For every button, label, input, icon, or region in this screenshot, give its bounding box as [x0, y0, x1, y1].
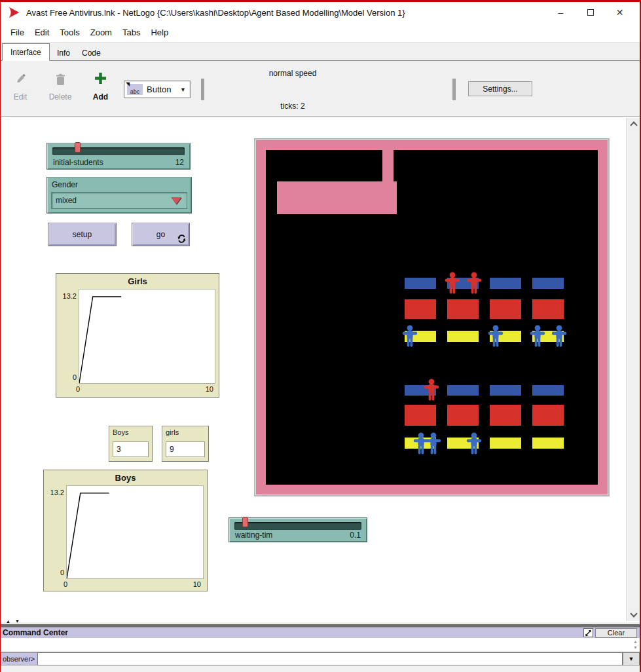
slider-value: 0.1	[350, 531, 361, 540]
y-axis-max: 13.2	[45, 489, 64, 496]
chevron-down-icon	[630, 610, 637, 617]
monitor-label: girls	[166, 428, 179, 436]
y-axis-max: 13.2	[58, 292, 77, 300]
gender-chooser[interactable]: Gender mixed	[46, 177, 192, 214]
desk-patch	[447, 299, 479, 319]
person-agent	[426, 432, 441, 455]
pink-wall	[277, 181, 397, 214]
mini-down-icon[interactable]: ▼	[633, 644, 638, 650]
netlogo-window: Avast Free Antivirus.lnk - NetLogo {C:\U…	[0, 0, 641, 672]
menu-help[interactable]: Help	[145, 25, 174, 40]
clear-button[interactable]: Clear	[595, 628, 637, 638]
monitor-label: Boys	[113, 428, 128, 436]
command-center-output[interactable]: ▲ ▼	[1, 638, 640, 652]
slider-value: 12	[175, 158, 184, 167]
minimize-button[interactable]: –	[546, 2, 576, 23]
slider-track	[52, 147, 185, 155]
bottom-strip	[1, 665, 640, 672]
menu-tools[interactable]: Tools	[54, 25, 84, 40]
delete-trash-icon[interactable]	[56, 73, 65, 86]
speed-slider-label: normal speed	[244, 69, 342, 78]
chooser-select[interactable]: mixed	[51, 192, 187, 209]
ticks-counter: ticks: 2	[244, 102, 342, 111]
mini-up-icon[interactable]: ▲	[633, 639, 638, 644]
desk-patch	[405, 299, 436, 319]
scroll-down-button[interactable]	[627, 609, 640, 621]
scroll-up-button[interactable]	[627, 118, 640, 130]
desk-patch	[532, 278, 564, 289]
edit-button[interactable]: Edit	[9, 92, 32, 102]
chooser-label: Gender	[52, 180, 78, 189]
close-button[interactable]: ✕	[605, 2, 634, 23]
plot-area	[79, 289, 215, 384]
desk-patch	[447, 405, 479, 426]
desk-patch	[532, 438, 564, 449]
slider-thumb[interactable]	[75, 142, 81, 153]
person-agent	[466, 432, 482, 455]
menu-edit[interactable]: Edit	[29, 25, 54, 40]
menu-file[interactable]: File	[5, 25, 29, 40]
x-axis-max: 10	[193, 580, 201, 588]
menu-tabs[interactable]: Tabs	[117, 25, 145, 40]
desk-patch	[490, 385, 521, 396]
desk-patch	[532, 405, 564, 426]
person-agent	[466, 272, 482, 294]
waiting-tim-slider[interactable]: waiting-tim 0.1	[229, 517, 367, 542]
person-agent	[424, 379, 439, 401]
observer-prompt: observer>	[1, 652, 37, 665]
tab-code[interactable]: Code	[74, 45, 109, 61]
desk-patch	[447, 331, 479, 342]
expand-icon[interactable]	[583, 628, 593, 637]
command-center-header: Command Center Clear	[1, 627, 640, 638]
x-axis-min: 0	[64, 580, 67, 588]
toolbar-separator	[201, 79, 204, 100]
edit-pencil-icon[interactable]	[16, 74, 26, 86]
go-button-label: go	[156, 230, 165, 239]
tab-strip: Interface Info Code	[1, 43, 640, 61]
add-plus-icon[interactable]	[95, 73, 106, 84]
tab-interface[interactable]: Interface	[2, 43, 50, 61]
slider-label: initial-students	[53, 158, 103, 167]
x-axis-min: 0	[76, 385, 80, 393]
delete-button[interactable]: Delete	[45, 92, 75, 102]
person-agent	[445, 272, 460, 294]
slider-track	[234, 522, 361, 530]
command-input[interactable]	[37, 652, 623, 665]
go-button[interactable]: go	[132, 223, 190, 246]
chooser-value: mixed	[56, 196, 171, 205]
maximize-button[interactable]	[576, 2, 605, 23]
maximize-icon	[587, 9, 594, 16]
plot-title: Girls	[56, 276, 219, 286]
plot-area	[66, 485, 204, 579]
girls-monitor: girls 9	[162, 426, 209, 462]
slider-thumb[interactable]	[242, 517, 248, 527]
forever-icon	[177, 234, 186, 243]
plot-title: Boys	[44, 473, 207, 483]
splitter-up-icon[interactable]: ▲	[6, 619, 10, 624]
desk-patch	[490, 299, 521, 319]
output-scrollbar[interactable]: ▲ ▼	[633, 639, 638, 650]
desk-patch	[532, 299, 564, 319]
add-button[interactable]: Add	[88, 92, 113, 102]
y-axis-min: 0	[58, 373, 77, 381]
initial-students-slider[interactable]: initial-students 12	[46, 143, 191, 170]
vertical-scrollbar[interactable]	[626, 118, 640, 621]
widget-type-dropdown[interactable]: ◥ abc Button ▼	[124, 81, 191, 98]
y-axis-min: 0	[45, 569, 64, 576]
widget-type-value: Button	[147, 84, 180, 94]
world-view[interactable]	[266, 150, 598, 485]
chevron-up-icon	[630, 121, 637, 128]
menu-zoom[interactable]: Zoom	[85, 25, 117, 40]
setup-button-label: setup	[73, 230, 92, 239]
splitter-down-icon[interactable]: ▼	[15, 619, 20, 624]
desk-patch	[405, 405, 436, 426]
toolbar-separator-2	[452, 79, 456, 100]
command-center-splitter[interactable]: ▲ ▼	[1, 622, 640, 627]
desk-patch	[490, 438, 521, 449]
setup-button[interactable]: setup	[48, 223, 117, 246]
menu-bar: File Edit Tools Zoom Tabs Help	[1, 23, 640, 43]
history-dropdown-button[interactable]: ▼	[623, 652, 640, 665]
person-agent	[551, 325, 567, 347]
desk-patch	[405, 278, 436, 289]
settings-button[interactable]: Settings...	[468, 81, 532, 96]
